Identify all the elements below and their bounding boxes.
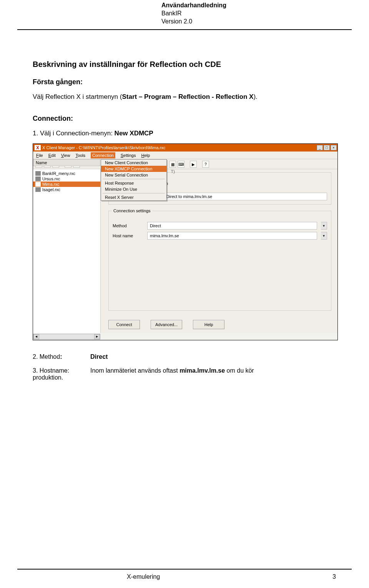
connection-menu-dropdown: New Client Connection New XDMCP Connecti…: [101, 159, 167, 201]
menu-item-minimize[interactable]: Minimize On Use: [101, 186, 166, 192]
menu-item-new-client[interactable]: New Client Connection: [101, 160, 166, 166]
page-header: Användarhandledning BankIR Version 2.0: [161, 2, 226, 25]
step3-suffix: om du kör: [225, 367, 254, 374]
column-peek: T): [171, 169, 175, 174]
description-input[interactable]: XDMCP Direct to mima.lmv.lm.se: [147, 193, 327, 200]
list-item-selected[interactable]: Mima.rxc: [33, 182, 100, 187]
menu-item-new-xdmcp[interactable]: New XDMCP Connection: [101, 166, 166, 172]
connect-button[interactable]: Connect: [108, 320, 140, 329]
ft-prefix: Välj: [33, 93, 45, 100]
window-controls: _ □ ×: [317, 145, 337, 150]
scroll-right-icon[interactable]: ►: [94, 334, 100, 339]
title-path: C:\WINNT\Profiles\larserik\Skrivbord\Mim…: [79, 145, 166, 150]
step3-bold: mima.lmv.lm.se: [180, 367, 225, 374]
hostname-combo[interactable]: mima.lmv.lm.se: [147, 232, 317, 240]
menu-item-reset[interactable]: Reset X Server: [101, 194, 166, 200]
step1-prefix: 1. Välj i Connection-menyn:: [33, 130, 115, 137]
ft-bold: Start – Program – Reflection - Reflectio…: [122, 93, 253, 100]
list-item[interactable]: Ursus.rxc: [33, 176, 100, 182]
header-rule: [17, 29, 352, 30]
section-heading: Beskrivning av inställningar för Reflect…: [33, 60, 340, 69]
connection-icon: [35, 182, 41, 187]
footer-rule: [17, 569, 352, 570]
scroll-left-icon[interactable]: ◄: [33, 334, 39, 339]
maximize-button[interactable]: □: [324, 145, 330, 150]
window-titlebar[interactable]: X X Client Manager - C:\WINNT\Profiles\l…: [33, 144, 337, 152]
page-number: 3: [332, 573, 336, 580]
step1-bold: New XDMCP: [115, 130, 153, 137]
page-footer: X-emulering 3: [0, 573, 369, 580]
connection-icon: [35, 171, 41, 176]
app-icon: X: [35, 145, 41, 150]
connection-icon: [35, 187, 41, 192]
horizontal-scrollbar[interactable]: ◄ ►: [33, 334, 100, 340]
app-window: X X Client Manager - C:\WINNT\Profiles\l…: [33, 143, 338, 340]
list-item-label: Ursus.rxc: [42, 177, 60, 181]
step3-prefix: Inom lanmäteriet används oftast: [90, 367, 180, 374]
ft-suffix: ).: [253, 93, 257, 100]
chevron-down-icon[interactable]: ▼: [321, 222, 327, 230]
menu-item-host-response[interactable]: Host Response: [101, 180, 166, 186]
menu-connection[interactable]: Connection: [91, 152, 115, 158]
left-panel: Name BankIR_meny.rxc Ursus.rxc Mima.rxc: [33, 169, 101, 333]
menubar: File Edit View Tools Connection Settings…: [33, 152, 337, 159]
menu-item-new-serial[interactable]: New Serial Connection: [101, 172, 166, 178]
menu-edit[interactable]: Edit: [48, 153, 56, 158]
step-1: 1. Välj i Connection-menyn: New XDMCP: [33, 130, 340, 137]
window-title: X Client Manager - C:\WINNT\Profiles\lar…: [42, 145, 317, 150]
doc-title: Användarhandledning: [161, 2, 226, 10]
minimize-button[interactable]: _: [317, 145, 323, 150]
steps-below: 2. Method: Direct 3. Hostname: produktio…: [33, 353, 340, 381]
step2-value: Direct: [90, 353, 108, 360]
method-combo[interactable]: Direct: [147, 222, 317, 230]
list-item[interactable]: Isagel.rxc: [33, 187, 100, 192]
ft-em: Reflection X: [45, 93, 81, 100]
hostname-value: mima.lmv.lm.se: [150, 233, 179, 238]
first-time-label: Första gången:: [33, 78, 340, 86]
main-content: Beskrivning av inställningar för Reflect…: [33, 60, 340, 381]
menu-separator: [103, 193, 165, 193]
menu-help[interactable]: Help: [141, 153, 150, 158]
help-button[interactable]: Help: [193, 320, 224, 329]
method-label: Method: [113, 223, 143, 228]
group-title: Connection settings: [112, 208, 152, 213]
toolbar-right-icons: ▦ ⌨ ▶ ?: [169, 161, 209, 168]
menu-tools[interactable]: Tools: [75, 153, 85, 158]
method-value: Direct: [150, 223, 161, 228]
close-button[interactable]: ×: [331, 145, 337, 150]
ft-mid: i startmenyn (: [81, 93, 122, 100]
menu-file[interactable]: File: [36, 153, 43, 158]
connection-label: Connection:: [33, 115, 340, 123]
step3-text: Inom lanmäteriet används oftast mima.lmv…: [90, 367, 254, 381]
menu-separator: [103, 179, 165, 179]
list-item[interactable]: BankIR_meny.rxc: [33, 171, 100, 176]
footer-section: X-emulering: [127, 573, 160, 580]
list-item-label: BankIR_meny.rxc: [42, 171, 75, 176]
hostname-label: Host name: [113, 233, 143, 238]
help-icon[interactable]: ?: [202, 161, 209, 168]
grid-icon[interactable]: ▦: [169, 161, 176, 168]
title-prefix: X Client Manager -: [42, 145, 79, 150]
advanced-button[interactable]: Advanced...: [151, 320, 182, 329]
left-col-header[interactable]: Name: [33, 159, 100, 166]
menu-view[interactable]: View: [61, 153, 70, 158]
list-item-label: Isagel.rxc: [42, 187, 60, 192]
chevron-down-icon[interactable]: ▼: [321, 232, 327, 240]
window-body: Name BankIR_meny.rxc Ursus.rxc Mima.rxc: [33, 169, 337, 333]
step-2: 2. Method: Direct: [33, 353, 340, 360]
step-3: 3. Hostname: produktion. Inom lanmäterie…: [33, 367, 340, 381]
connection-list: BankIR_meny.rxc Ursus.rxc Mima.rxc Isage…: [33, 169, 100, 194]
list-item-label: Mima.rxc: [42, 182, 60, 187]
first-time-paragraph: Välj Reflection X i startmenyn (Start – …: [33, 93, 340, 101]
keyboard-icon[interactable]: ⌨: [178, 161, 184, 168]
menu-settings[interactable]: Settings: [121, 153, 136, 158]
step2-label: 2. Method:: [33, 353, 79, 360]
connection-icon: [35, 177, 41, 181]
step3-label: 3. Hostname: produktion.: [33, 367, 79, 381]
doc-product: BankIR: [161, 10, 226, 18]
run-icon[interactable]: ▶: [190, 161, 197, 168]
step3-label-line2: produktion.: [33, 374, 79, 381]
step3-label-line1: 3. Hostname:: [33, 367, 79, 374]
button-row: Connect Advanced... Help: [108, 320, 224, 329]
doc-version: Version 2.0: [161, 18, 226, 26]
